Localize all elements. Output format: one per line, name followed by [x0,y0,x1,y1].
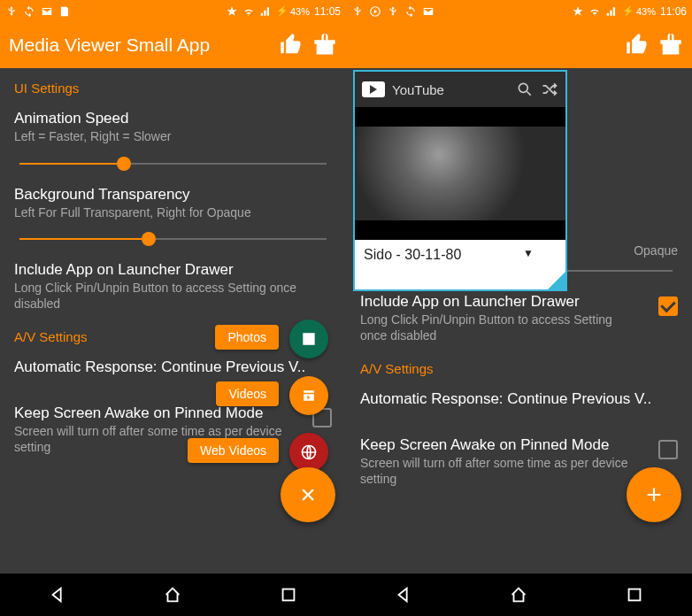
fab-label: + [646,480,662,510]
sync-icon [23,5,35,18]
chip-web-videos[interactable]: Web Videos [188,438,279,463]
svg-point-3 [519,83,527,92]
video-title: Sido - 30-11-80 [364,247,461,262]
gift-icon[interactable] [312,33,337,58]
nav-recent-icon[interactable] [279,585,298,604]
signal-icon [605,5,618,18]
setting-title: Automatic Response: Continue Previous V.… [360,390,651,407]
setting-title: Automatic Response: Continue Previous V.… [14,358,305,375]
setting-title: Animation Speed [14,110,332,127]
status-bar: ⚡43% 11:06 [346,0,692,22]
checkbox-keep-awake[interactable] [658,440,678,459]
setting-subtitle: Left For Full Transparent, Right for Opa… [14,205,332,221]
chip-videos[interactable]: Videos [216,381,279,406]
nav-home-icon[interactable] [509,585,528,604]
setting-auto-response[interactable]: Automatic Response: Continue Previous V.… [0,351,346,381]
setting-animation-speed[interactable]: Animation Speed Left = Faster, Right = S… [0,103,346,150]
youtube-video-title-bar[interactable]: Sido - 30-11-80 ▼ [355,240,565,289]
youtube-label: YouTube [392,82,509,97]
checkbox-launcher[interactable] [658,296,678,316]
clock-text: 11:05 [314,5,341,18]
setting-title: Keep Screen Awake on Pinned Mode [14,404,291,422]
battery-indicator: ⚡43% [622,5,656,17]
setting-subtitle: Screen will turn off after some time as … [360,456,637,487]
sync-icon [404,5,417,18]
nav-home-icon[interactable] [163,585,182,604]
section-ui-settings: UI Settings [0,68,346,103]
thumbs-up-icon[interactable] [279,33,304,58]
settings-content: UI Settings Animation Speed Left = Faste… [0,68,346,574]
setting-keep-awake[interactable]: Keep Screen Awake on Pinned Mode Screen … [346,429,651,492]
app-bar [346,22,692,68]
app-title [355,35,616,56]
setting-bg-transparency[interactable]: Background Transparency Left For Full Tr… [0,179,346,227]
setting-subtitle: Long Click Pin/Unpin Button to access Se… [14,281,332,312]
usb-icon [387,5,399,18]
youtube-video-thumbnail[interactable] [355,107,565,240]
mail-icon [422,5,434,18]
svg-rect-4 [628,589,640,601]
fab-label: × [300,480,316,510]
globe-icon [300,443,318,461]
nav-bar [346,574,692,616]
nav-recent-icon[interactable] [625,585,644,604]
youtube-panel-bar: YouTube [355,72,565,107]
play-icon [369,5,381,18]
photo-icon [300,330,318,348]
youtube-logo-icon [362,81,385,97]
chevron-down-icon[interactable]: ▼ [523,247,534,259]
setting-subtitle: Left = Faster, Right = Slower [14,129,332,145]
slider-bg-transparency[interactable] [0,226,346,254]
settings-content: Opaque Include App on Launcher Drawer Lo… [346,68,692,574]
youtube-floating-panel[interactable]: YouTube Sido - 30-11-80 ▼ [353,70,567,291]
phone-left: ⚡43% 11:05 Media Viewer Small App UI Set… [0,0,346,616]
battery-text: 43% [636,6,656,17]
setting-auto-response[interactable]: Automatic Response: Continue Previous V.… [346,383,692,413]
nav-back-icon[interactable] [48,585,67,604]
usb-icon [351,5,364,18]
gift-icon[interactable] [658,33,683,58]
app-bar: Media Viewer Small App [0,22,346,68]
star-icon [226,5,238,18]
phone-right: ⚡43% 11:06 Opaque Include App on Launche… [346,0,692,616]
fab-close[interactable]: × [281,467,335,522]
setting-title: Include App on Launcher Drawer [14,261,332,279]
video-icon [300,387,318,404]
fab-videos[interactable] [289,376,328,415]
status-bar: ⚡43% 11:05 [0,0,346,22]
fab-photos[interactable] [289,320,328,358]
setting-launcher-drawer[interactable]: Include App on Launcher Drawer Long Clic… [0,254,346,317]
battery-text: 43% [290,6,310,17]
usb-icon [5,5,18,18]
search-icon[interactable] [516,81,534,98]
signal-icon [259,5,272,18]
star-icon [572,5,584,18]
chip-photos[interactable]: Photos [215,325,279,350]
nav-bar [0,574,346,616]
resize-handle-icon[interactable] [548,272,565,289]
thumbs-up-icon[interactable] [625,33,650,58]
setting-subtitle: Long Click Pin/Unpin Button to access Se… [360,312,637,343]
wifi-icon [588,5,601,18]
nav-back-icon[interactable] [394,585,413,604]
svg-rect-1 [282,589,294,601]
setting-title: Include App on Launcher Drawer [360,293,637,311]
setting-title: Background Transparency [14,186,332,204]
setting-launcher-drawer[interactable]: Include App on Launcher Drawer Long Clic… [346,286,651,349]
mail-icon [41,5,53,18]
clock-text: 11:06 [660,5,687,18]
setting-title: Keep Screen Awake on Pinned Mode [360,436,637,454]
battery-indicator: ⚡43% [276,5,310,17]
shuffle-icon[interactable] [541,81,558,98]
slider-animation-speed[interactable] [0,150,346,179]
section-av-settings: A/V Settings [346,349,692,383]
fab-add[interactable]: + [627,467,681,522]
fab-web-videos[interactable] [289,433,328,472]
wifi-icon [242,5,255,18]
app-title: Media Viewer Small App [9,35,270,56]
note-icon [58,5,71,18]
